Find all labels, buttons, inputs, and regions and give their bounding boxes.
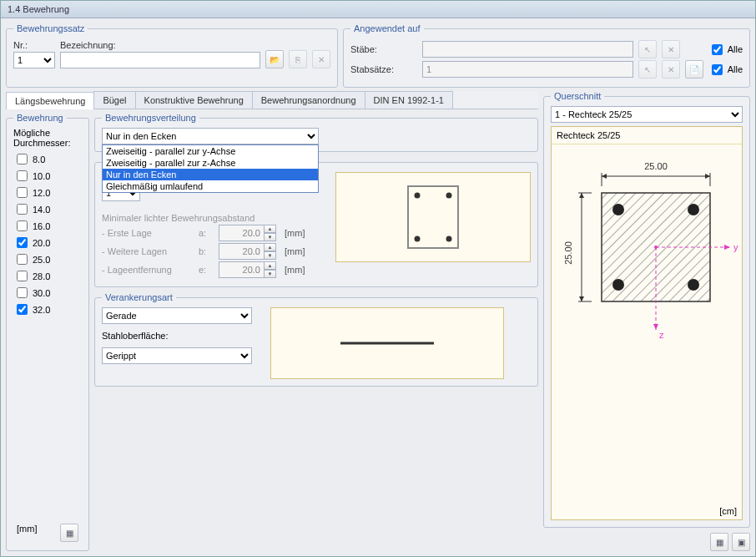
checkbox-alle-stabsatze[interactable]: Alle [708,62,743,78]
diam-16[interactable]: 16.0 [13,218,82,234]
diam-28[interactable]: 28.0 [13,268,82,284]
select-stahloberflache[interactable]: Gerippt [102,347,252,364]
tab-bugel[interactable]: Bügel [93,91,135,109]
input-stabe[interactable] [422,41,633,58]
dd-option-ecken[interactable]: Nur in den Ecken [103,169,318,180]
anchor-straight-icon [337,339,437,347]
group-bewehrungssatz: Bewehrungssatz Nr.: 1 Bezeichnung: 📂 ⎘ [6,23,338,88]
dd-option-z-achse[interactable]: Zweiseitig - parallel zur z-Achse [103,157,318,169]
querschnitt-preview: Rechteck 25/25 25.00 25.00 [551,126,743,520]
label-bezeichnung: Bezeichnung: [60,40,260,50]
diam-32[interactable]: 32.0 [13,301,82,317]
right-column: Querschnitt 1 - Rechteck 25/25 Rechteck … [543,91,750,551]
input-stabsatze[interactable] [422,61,633,78]
legend-bewehrungssatz: Bewehrungssatz [13,23,88,33]
legend-verankerung: Verankerungsart [102,292,176,302]
group-verankerung: Verankerungsart Gerade Stahloberfläche: … [94,292,538,387]
clear-stabe-icon[interactable]: ✕ [662,40,680,58]
preview-anchor [270,307,504,379]
spinner-b[interactable]: ▲▼ [219,243,276,260]
dd-option-umlaufend[interactable]: Gleichmäßig umlaufend [103,180,318,192]
diam-12[interactable]: 12.0 [13,185,82,200]
spinner-e[interactable]: ▲▼ [219,261,276,278]
pick-stabe-icon[interactable]: ↖ [638,40,657,58]
dim-width: 25.00 [644,161,668,171]
group-bewehrung: Bewehrung Mögliche Durchmesser: 8.0 10.0… [6,113,89,551]
main-row: Längsbewehrung Bügel Konstruktive Bewehr… [6,91,750,551]
unit-mm: [mm] [17,524,37,542]
tab-bar: Längsbewehrung Bügel Konstruktive Bewehr… [6,91,538,109]
sym-a: a: [199,228,214,238]
diam-14[interactable]: 14.0 [13,201,82,217]
label-abstand-header: Minimaler lichter Bewehrungsabstand [102,213,319,223]
unit-b: [mm] [285,246,305,256]
svg-point-4 [446,236,452,242]
select-nr[interactable]: 1 [13,52,55,68]
tab-din[interactable]: DIN EN 1992-1-1 [365,91,453,109]
diam-20[interactable]: 20.0 [13,235,82,251]
diam-8[interactable]: 8.0 [13,151,82,167]
clear-stabsatze-icon[interactable]: ✕ [662,60,680,78]
window-content: Bewehrungssatz Nr.: 1 Bezeichnung: 📂 ⎘ [1,18,755,556]
querschnitt-title: Rechteck 25/25 [552,127,742,144]
label-stabe: Stäbe: [350,44,417,54]
top-row: Bewehrungssatz Nr.: 1 Bezeichnung: 📂 ⎘ [6,23,750,88]
group-verteilung: Bewehrungsverteilung Nur in den Ecken Zw… [94,113,538,152]
middle-column: Bewehrungsverteilung Nur in den Ecken Zw… [94,113,538,551]
label-weitere-lagen: - Weitere Lagen [102,246,194,256]
legend-angewendet: Angewendet auf [350,23,424,33]
tab-konstruktiv[interactable]: Konstruktive Bewehrung [135,91,253,109]
input-bezeichnung[interactable] [60,52,260,68]
diam-30[interactable]: 30.0 [13,285,82,301]
delete-icon[interactable]: ✕ [312,50,330,68]
select-querschnitt[interactable]: 1 - Rechteck 25/25 [551,106,743,123]
tab-langsbewehrung[interactable]: Längsbewehrung [6,92,94,109]
legend-verteilung: Bewehrungsverteilung [102,113,199,123]
legend-querschnitt: Querschnitt [551,91,604,101]
sym-b: b: [199,246,214,256]
spinner-a[interactable]: ▲▼ [219,225,276,241]
sym-e: e: [199,265,214,275]
svg-point-14 [612,204,624,215]
axis-y: y [733,242,738,252]
diam-10[interactable]: 10.0 [13,168,82,184]
tab-anordnung[interactable]: Bewehrungsanordnung [252,91,365,109]
folder-open-icon[interactable]: 📂 [265,50,284,68]
copy-icon[interactable]: ⎘ [289,50,307,68]
new-stabsatz-icon[interactable]: 📄 [685,60,703,78]
select-verankerung-type[interactable]: Gerade [102,307,252,324]
preview-section [335,172,531,262]
axis-z: z [659,330,664,340]
label-erste-lage: - Erste Lage [102,228,194,238]
right-footer: ▦ ▣ [543,533,750,551]
svg-point-17 [688,279,699,291]
unit-a: [mm] [285,228,305,238]
svg-point-20 [654,246,658,249]
dd-option-y-achse[interactable]: Zweiseitig - parallel zur y-Achse [103,145,318,157]
select-verteilung[interactable]: Nur in den Ecken [102,128,319,144]
svg-point-16 [612,279,624,291]
svg-point-15 [688,204,699,215]
label-nr: Nr.: [13,40,55,50]
label-lageentfernung: - Lageentfernung [102,265,194,275]
diam-25[interactable]: 25.0 [13,251,82,267]
legend-bewehrung: Bewehrung [13,113,67,123]
view-3d-icon[interactable]: ▣ [732,533,750,551]
label-stabsatze: Stabsätze: [350,64,417,74]
pick-stabsatze-icon[interactable]: ↖ [638,60,657,78]
left-block: Längsbewehrung Bügel Konstruktive Bewehr… [6,91,538,551]
diam-footer: [mm] ▦ [13,522,82,544]
window-title: 1.4 Bewehrung [1,1,755,18]
svg-point-1 [415,193,421,199]
diam-library-icon[interactable]: ▦ [60,524,78,542]
app-window: 1.4 Bewehrung Bewehrungssatz Nr.: 1 Beze… [0,0,756,557]
dropdown-verteilung-list: Zweiseitig - parallel zur y-Achse Zweise… [102,144,319,193]
checkbox-alle-stabe[interactable]: Alle [708,42,743,58]
group-querschnitt: Querschnitt 1 - Rechteck 25/25 Rechteck … [543,91,750,528]
view-details-icon[interactable]: ▦ [710,533,728,551]
dim-height: 25.00 [563,241,573,265]
group-angewendet: Angewendet auf Stäbe: ↖ ✕ Alle Stabsätze… [343,23,750,88]
unit-e: [mm] [285,265,305,275]
label-stahloberflache: Stahloberfläche: [102,331,254,341]
label-durchmesser: Mögliche Durchmesser: [13,128,82,148]
